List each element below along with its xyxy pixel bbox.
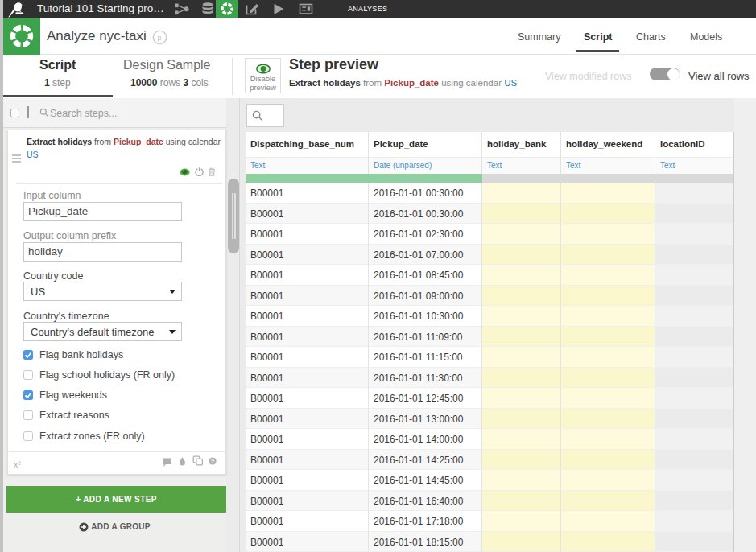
svg-text:p: p [158, 34, 162, 42]
svg-text:?: ? [211, 458, 215, 465]
